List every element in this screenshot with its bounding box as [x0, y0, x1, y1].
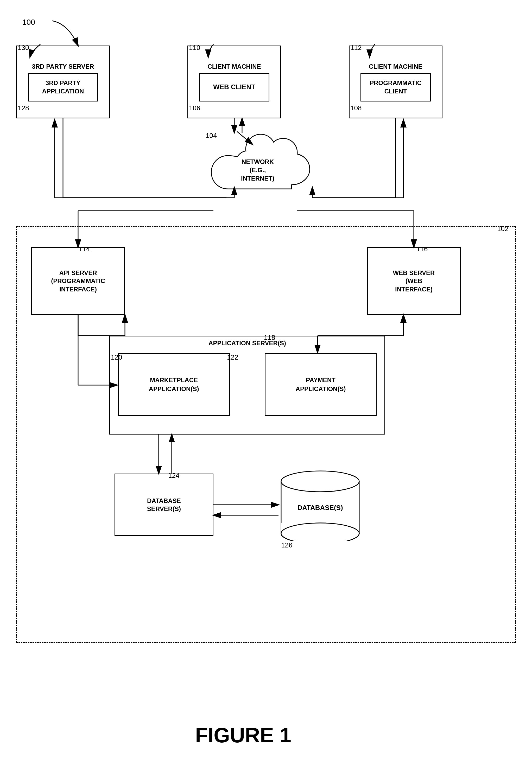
web-server-box: WEB SERVER(WEBINTERFACE)	[367, 247, 461, 315]
svg-text:DATABASE(S): DATABASE(S)	[297, 504, 343, 511]
client-machine-prog-label: CLIENT MACHINE	[369, 62, 422, 70]
payment-app-box: PAYMENTAPPLICATION(S)	[265, 353, 377, 416]
ref-126: 126	[281, 541, 292, 549]
app-servers-outer-box: APPLICATION SERVER(S) MARKETPLACEAPPLICA…	[109, 336, 385, 434]
svg-point-7	[281, 523, 359, 541]
programmatic-client-box: PROGRAMMATICCLIENT	[360, 73, 431, 101]
ref-118: 118	[264, 334, 275, 341]
ref-130: 130	[18, 44, 29, 52]
svg-text:(E.G.,: (E.G.,	[250, 167, 266, 174]
database-server-box: DATABASESERVER(S)	[114, 474, 213, 536]
api-server-box: API SERVER(PROGRAMMATICINTERFACE)	[31, 247, 125, 315]
client-machine-web-box: CLIENT MACHINE WEB CLIENT	[187, 46, 281, 118]
ref-104: 104	[206, 132, 217, 140]
ref-114: 114	[79, 245, 90, 253]
web-client-box: WEB CLIENT	[199, 73, 269, 101]
database-cylinder: DATABASE(S)	[278, 468, 362, 541]
third-party-app-box: 3RD PARTYAPPLICATION	[28, 73, 98, 101]
svg-text:INTERNET): INTERNET)	[241, 175, 274, 182]
ref-128: 128	[18, 104, 29, 112]
svg-point-4	[281, 471, 359, 492]
client-machine-prog-box: CLIENT MACHINE PROGRAMMATICCLIENT	[349, 46, 442, 118]
svg-text:NETWORK: NETWORK	[242, 158, 274, 165]
third-party-server-label: 3RD PARTY SERVER	[32, 62, 94, 70]
third-party-server-box: 3RD PARTY SERVER 3RD PARTYAPPLICATION	[16, 46, 110, 118]
ref-120: 120	[111, 353, 122, 361]
figure-label: FIGURE 1	[195, 723, 291, 747]
marketplace-app-box: MARKETPLACEAPPLICATION(S)	[118, 353, 230, 416]
ref-122: 122	[227, 353, 238, 361]
network-cloud: NETWORK (E.G., INTERNET)	[203, 133, 312, 211]
ref-112: 112	[350, 44, 361, 52]
ref-110: 110	[189, 44, 200, 52]
ref-100: 100	[22, 18, 35, 26]
ref-106: 106	[189, 104, 200, 112]
ref-108: 108	[350, 104, 361, 112]
ref-116: 116	[416, 245, 428, 253]
client-machine-web-label: CLIENT MACHINE	[207, 62, 261, 70]
ref-124: 124	[168, 471, 179, 480]
diagram: FIGURE 1 100 3RD PARTY SERVER 3RD PARTYA…	[0, 0, 532, 759]
ref-102: 102	[497, 225, 508, 233]
